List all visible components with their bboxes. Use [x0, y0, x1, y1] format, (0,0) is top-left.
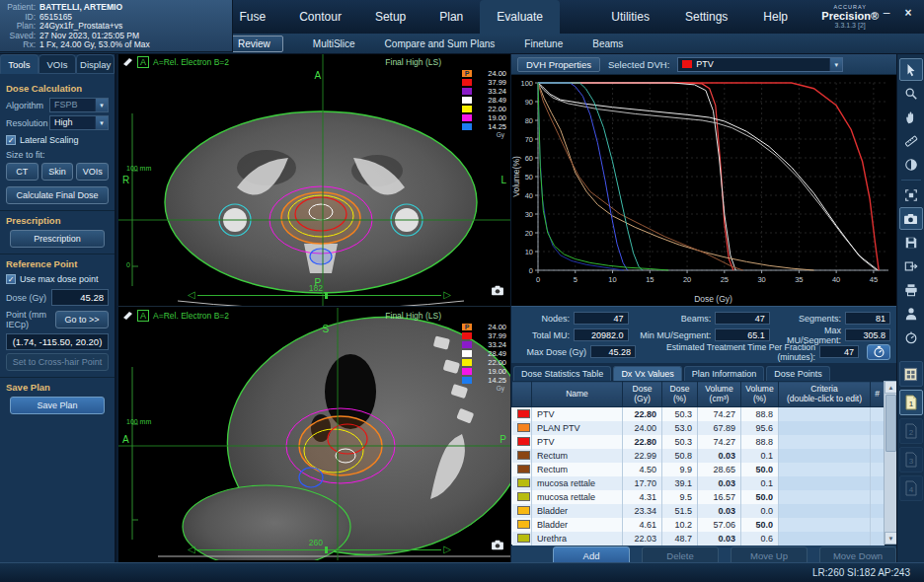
- menu-help[interactable]: Help: [745, 0, 806, 34]
- page-1-button[interactable]: 1: [899, 390, 923, 415]
- table-row[interactable]: Rectum4.509.928.6550.0: [512, 463, 885, 476]
- menu-evaluate[interactable]: Evaluate: [480, 0, 560, 34]
- tab-dose-statistics[interactable]: Dose Statistics Table: [513, 366, 611, 381]
- goto-button[interactable]: Go to >>: [55, 311, 109, 328]
- slider-handle[interactable]: [325, 292, 328, 299]
- dvh-chart[interactable]: 0102030405060708090100051015202530354045…: [511, 75, 896, 306]
- treatment-time-button[interactable]: [867, 344, 890, 360]
- criteria-cell[interactable]: [779, 504, 871, 518]
- submenu-compare-sum-plans[interactable]: Compare and Sum Plans: [385, 38, 496, 49]
- criteria-cell[interactable]: [779, 435, 871, 449]
- close-button[interactable]: ×: [900, 6, 916, 20]
- criteria-cell[interactable]: [779, 476, 871, 490]
- axial-slice-slider[interactable]: ◁ 182 ▷: [188, 287, 451, 299]
- pan-tool-button[interactable]: [899, 106, 923, 128]
- page-3-button[interactable]: 3: [899, 447, 923, 473]
- minimize-button[interactable]: –: [879, 6, 894, 20]
- dvh-properties-button[interactable]: DVH Properties: [517, 57, 600, 72]
- submenu-finetune[interactable]: Finetune: [524, 38, 563, 49]
- table-row[interactable]: mucosa rettale17.7039.10.030.1: [512, 476, 885, 490]
- set-crosshair-button[interactable]: Set to Cross-hair Point: [6, 353, 109, 371]
- table-row[interactable]: mucosa rettale4.319.516.5750.0: [512, 490, 885, 504]
- dose-scale-row: 33.24: [462, 340, 506, 349]
- table-row[interactable]: Rectum22.9950.80.030.1: [512, 449, 885, 463]
- menu-setup[interactable]: Setup: [358, 0, 423, 34]
- selected-dvh-label: Selected DVH:: [608, 59, 669, 70]
- criteria-cell[interactable]: [779, 518, 871, 532]
- resolution-select[interactable]: High ▾: [49, 115, 109, 130]
- isodose-swatch: [462, 350, 472, 357]
- calculate-final-dose-button[interactable]: Calculate Final Dose: [6, 186, 109, 204]
- ref-dose-field[interactable]: 45.28: [51, 289, 109, 306]
- patient-position-button[interactable]: [899, 302, 923, 325]
- criteria-cell[interactable]: [779, 421, 871, 435]
- tab-vois[interactable]: VOIs: [38, 54, 77, 74]
- scrollbar-thumb[interactable]: [886, 395, 896, 452]
- menu-plan[interactable]: Plan: [423, 0, 480, 34]
- tab-display[interactable]: Display: [76, 54, 115, 74]
- use-max-dose-checkbox[interactable]: ✓: [6, 274, 16, 284]
- slider-handle[interactable]: [325, 546, 328, 553]
- submenu-review-button[interactable]: Review: [225, 36, 283, 52]
- selected-dvh-select[interactable]: PTV ▾: [677, 57, 843, 72]
- window-level-button[interactable]: [899, 153, 923, 176]
- submenu-multislice[interactable]: MultiSlice: [313, 38, 355, 49]
- view-mode-icon[interactable]: [122, 57, 133, 67]
- page-2-button[interactable]: 2: [899, 418, 923, 444]
- submenu-beams[interactable]: Beams: [592, 38, 623, 49]
- table-scrollbar[interactable]: ▲ ▼: [884, 381, 896, 545]
- slider-right-arrow[interactable]: ▷: [443, 289, 451, 301]
- algorithm-select[interactable]: FSPB ▾: [49, 98, 109, 112]
- save-plan-button[interactable]: Save Plan: [10, 397, 105, 414]
- cursor-tool-button[interactable]: [899, 58, 923, 81]
- slider-left-arrow[interactable]: ◁: [188, 289, 195, 301]
- view-mode-icon[interactable]: [122, 311, 133, 321]
- beam-time-button[interactable]: [899, 326, 923, 348]
- number-cell: [871, 476, 885, 490]
- table-row[interactable]: Urethra22.0348.70.030.6: [512, 532, 885, 546]
- tab-dx-vx-values[interactable]: Dx Vx Values: [613, 366, 681, 381]
- table-row[interactable]: Bladder23.3451.50.030.0: [512, 504, 885, 518]
- criteria-cell[interactable]: [779, 463, 871, 476]
- menu-contour[interactable]: Contour: [282, 0, 358, 34]
- zoom-tool-button[interactable]: [899, 82, 923, 105]
- dose-unit-label: Gy: [462, 131, 506, 138]
- menu-settings[interactable]: Settings: [667, 0, 745, 34]
- capture-region-button[interactable]: [899, 183, 923, 206]
- axial-view[interactable]: A A=Rel. Electron B=2 Final High (LS) P2…: [118, 54, 510, 307]
- fit-vois-button[interactable]: VOIs: [76, 163, 109, 181]
- criteria-cell[interactable]: [779, 449, 871, 463]
- sagittal-view[interactable]: A A=Rel. Electron B=2 Final High (LS) P2…: [118, 308, 510, 560]
- camera-snapshot-icon[interactable]: [491, 540, 504, 552]
- camera-snapshot-icon[interactable]: [491, 285, 504, 298]
- page-4-button[interactable]: 4: [899, 475, 923, 501]
- table-row[interactable]: Bladder4.6110.257.0650.0: [512, 518, 885, 532]
- prescription-button[interactable]: Prescription: [10, 230, 105, 248]
- layout-grid-button[interactable]: [899, 361, 923, 387]
- sagittal-ct-image: [118, 308, 510, 560]
- table-row[interactable]: PTV22.8050.374.2788.8: [512, 435, 885, 449]
- tab-plan-information[interactable]: Plan Information: [684, 366, 765, 381]
- slider-right-arrow[interactable]: ▷: [443, 544, 451, 555]
- table-row[interactable]: PLAN PTV24.0053.067.8995.6: [512, 421, 885, 435]
- svg-text:20: 20: [683, 275, 691, 284]
- screenshot-button[interactable]: [899, 207, 923, 230]
- sagittal-slice-slider[interactable]: ◁ 260 ▷: [188, 542, 451, 553]
- tab-dose-points[interactable]: Dose Points: [766, 366, 830, 381]
- tab-tools[interactable]: Tools: [0, 54, 38, 74]
- fit-skin-button[interactable]: Skin: [41, 163, 74, 181]
- criteria-cell[interactable]: [779, 532, 871, 546]
- fit-ct-button[interactable]: CT: [6, 163, 38, 181]
- criteria-cell[interactable]: [779, 490, 871, 504]
- menu-utilities[interactable]: Utilities: [593, 0, 667, 34]
- slider-left-arrow[interactable]: ◁: [188, 544, 195, 555]
- measure-tool-button[interactable]: [899, 129, 923, 152]
- criteria-cell[interactable]: [779, 407, 871, 421]
- save-button[interactable]: [899, 231, 923, 254]
- lateral-scaling-checkbox[interactable]: ✓: [6, 135, 16, 145]
- table-row[interactable]: PTV22.8050.374.2788.8: [512, 407, 885, 421]
- export-button[interactable]: [899, 255, 923, 277]
- print-button[interactable]: [899, 278, 923, 301]
- isodose-value: 19.00: [477, 367, 506, 376]
- point-coordinates-field[interactable]: (1.74, -115.50, 20.20): [6, 333, 109, 350]
